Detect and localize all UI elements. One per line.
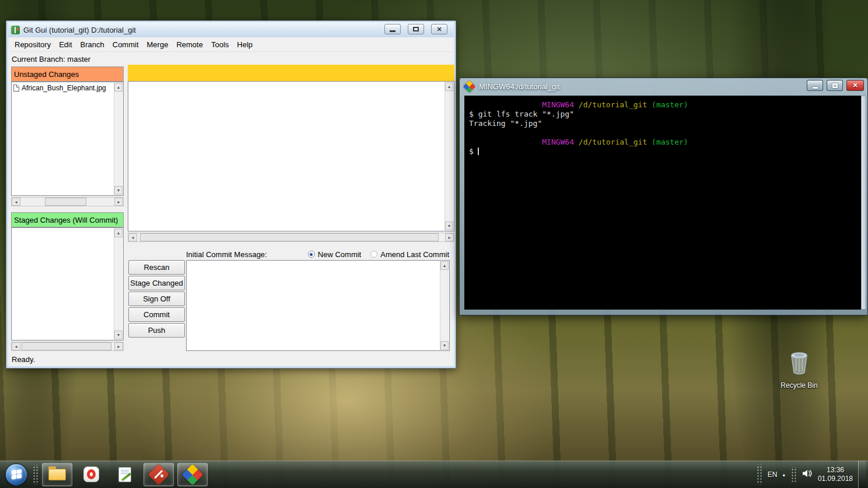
- taskbar-git-gui-button[interactable]: [144, 463, 174, 486]
- menu-commit[interactable]: Commit: [108, 38, 143, 51]
- opera-icon: [83, 466, 99, 482]
- scroll-thumb[interactable]: [22, 342, 112, 350]
- scroll-down-icon[interactable]: ▾: [114, 186, 123, 195]
- menu-help[interactable]: Help: [233, 38, 257, 51]
- scroll-thumb[interactable]: [140, 233, 439, 241]
- sign-off-button[interactable]: Sign Off: [128, 292, 185, 306]
- show-hidden-icons-button[interactable]: ▴: [782, 472, 785, 478]
- maximize-icon: [832, 83, 838, 88]
- status-bar: Ready.: [8, 352, 454, 366]
- rescan-button[interactable]: Rescan: [128, 260, 185, 275]
- staged-vscrollbar[interactable]: ▴ ▾: [114, 229, 123, 339]
- language-indicator[interactable]: EN: [768, 471, 778, 479]
- scroll-right-icon[interactable]: ▸: [114, 198, 123, 206]
- taskbar-editor-button[interactable]: [110, 463, 140, 486]
- taskbar-explorer-button[interactable]: [42, 463, 72, 486]
- prompt-branch: (master): [652, 138, 688, 146]
- staged-changes-header: Staged Changes (Will Commit): [11, 212, 124, 227]
- volume-icon[interactable]: [802, 469, 813, 480]
- scroll-track[interactable]: [20, 342, 114, 350]
- commit-button[interactable]: Commit: [128, 307, 185, 322]
- git-gui-app-icon: [11, 26, 20, 34]
- radio-unselected-icon: [370, 251, 377, 258]
- system-tray: EN ▴ 13:36 01.09.2018: [756, 461, 868, 488]
- taskbar-clock[interactable]: 13:36 01.09.2018: [818, 466, 853, 483]
- unstaged-changes-header: Unstaged Changes: [11, 66, 124, 82]
- staged-hscrollbar[interactable]: ◂ ▸: [11, 342, 124, 351]
- scroll-up-icon[interactable]: ▴: [445, 82, 453, 91]
- scroll-down-icon[interactable]: ▾: [440, 341, 449, 350]
- scroll-right-icon[interactable]: ▸: [445, 233, 454, 241]
- taskbar-grip: [32, 465, 38, 485]
- scroll-track[interactable]: [20, 198, 114, 206]
- terminal-input-line[interactable]: $: [469, 147, 858, 156]
- terminal-output[interactable]: MINGW64/d/tutorial_git(master) $ git lfs…: [464, 96, 862, 310]
- scroll-down-icon[interactable]: ▾: [114, 331, 123, 339]
- windows-flag-icon: [12, 469, 22, 479]
- commit-message-vscrollbar[interactable]: ▴ ▾: [440, 261, 449, 350]
- terminal-output-line: Tracking "*.jpg": [469, 119, 858, 128]
- menu-branch[interactable]: Branch: [76, 38, 108, 51]
- git-gui-maximize-button[interactable]: [408, 24, 424, 34]
- menu-merge[interactable]: Merge: [143, 38, 173, 51]
- menu-repository[interactable]: Repository: [10, 38, 55, 51]
- stage-changed-button[interactable]: Stage Changed: [128, 276, 185, 290]
- scroll-left-icon[interactable]: ◂: [12, 342, 20, 350]
- unstaged-hscrollbar[interactable]: ◂ ▸: [11, 197, 124, 206]
- prompt-symbol: $: [469, 147, 474, 156]
- git-gui-minimize-button[interactable]: [384, 24, 401, 34]
- scroll-up-icon[interactable]: ▴: [114, 229, 123, 237]
- scroll-up-icon[interactable]: ▴: [114, 83, 123, 92]
- commit-message-label: Initial Commit Message:: [186, 250, 267, 259]
- prompt-host: MINGW64: [542, 100, 574, 109]
- menu-remote[interactable]: Remote: [172, 38, 207, 51]
- push-button[interactable]: Push: [128, 323, 185, 338]
- menu-tools[interactable]: Tools: [207, 38, 233, 51]
- show-desktop-button[interactable]: [858, 461, 866, 488]
- scroll-track[interactable]: [137, 233, 445, 241]
- terminal-scrollbar[interactable]: [861, 96, 866, 310]
- scroll-left-icon[interactable]: ◂: [128, 233, 137, 241]
- close-icon: ✕: [852, 82, 858, 89]
- terminal-minimize-button[interactable]: [807, 80, 823, 91]
- prompt-path: /d/tutorial_git: [579, 100, 647, 109]
- taskbar: EN ▴ 13:36 01.09.2018: [0, 461, 868, 488]
- commit-message-input[interactable]: ▴ ▾: [186, 260, 450, 351]
- terminal-command-line: $ git lfs track "*.jpg": [469, 110, 858, 119]
- scroll-right-icon[interactable]: ▸: [114, 342, 123, 350]
- unstaged-vscrollbar[interactable]: ▴ ▾: [114, 83, 123, 195]
- amend-last-commit-radio[interactable]: Amend Last Commit: [370, 250, 449, 259]
- recycle-bin[interactable]: Recycle Bin: [771, 347, 827, 389]
- new-commit-radio[interactable]: New Commit: [308, 250, 361, 259]
- unstaged-file-row[interactable]: African_Bush_Elephant.jpg: [12, 82, 123, 94]
- amend-radio-label: Amend Last Commit: [380, 250, 449, 259]
- clock-date: 01.09.2018: [818, 475, 853, 483]
- prompt-host: MINGW64: [542, 138, 574, 146]
- scroll-down-icon[interactable]: ▾: [445, 222, 453, 230]
- terminal-maximize-button[interactable]: [827, 80, 843, 91]
- diff-hscrollbar[interactable]: ◂ ▸: [128, 233, 454, 242]
- diff-vscrollbar[interactable]: ▴ ▾: [444, 82, 453, 230]
- scroll-thumb[interactable]: [45, 198, 86, 206]
- prompt-path: /d/tutorial_git: [579, 138, 647, 146]
- terminal-close-button[interactable]: ✕: [846, 80, 864, 91]
- scroll-up-icon[interactable]: ▴: [440, 261, 449, 270]
- maximize-icon: [413, 27, 419, 31]
- staged-file-list[interactable]: ▴ ▾: [11, 227, 124, 340]
- menu-edit[interactable]: Edit: [55, 38, 76, 51]
- unstaged-file-name: African_Bush_Elephant.jpg: [22, 84, 106, 92]
- scroll-left-icon[interactable]: ◂: [12, 198, 20, 206]
- git-gui-body: Unstaged Changes African_Bush_Elephant.j…: [8, 66, 454, 366]
- msys-windmill-icon: [463, 80, 475, 93]
- text-cursor: [478, 148, 479, 155]
- git-gui-window-title: Git Gui (tutorial_git) D:/tutorial_git: [23, 26, 136, 34]
- start-button[interactable]: [5, 464, 27, 486]
- taskbar-mingw-terminal-button[interactable]: [177, 463, 208, 486]
- unstaged-file-list[interactable]: African_Bush_Elephant.jpg ▴ ▾: [11, 82, 124, 196]
- taskbar-opera-button[interactable]: [76, 463, 106, 486]
- diff-view[interactable]: ▴ ▾: [128, 81, 454, 231]
- recycle-bin-icon: [784, 370, 814, 380]
- new-commit-radio-label: New Commit: [318, 250, 361, 259]
- git-gui-close-button[interactable]: ✕: [431, 24, 447, 34]
- git-icon: [148, 464, 170, 485]
